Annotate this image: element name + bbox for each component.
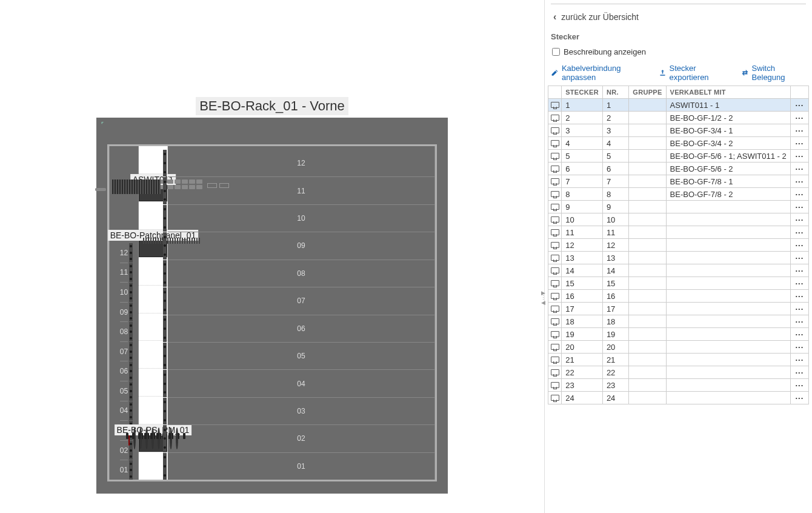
table-row[interactable]: 1515··· (548, 277, 809, 290)
cell-nr: 2 (602, 112, 628, 124)
table-row[interactable]: 1818··· (548, 315, 809, 328)
row-menu-button[interactable]: ··· (790, 112, 808, 124)
detail-panel: ‹ zurück zur Übersicht Stecker Beschreib… (544, 0, 812, 513)
cell-nr: 24 (602, 392, 628, 404)
table-row[interactable]: 33BE-BO-GF-3/4 - 1··· (548, 124, 809, 137)
row-menu-button[interactable]: ··· (790, 379, 808, 392)
port-icon (551, 331, 559, 337)
row-menu-button[interactable]: ··· (790, 137, 808, 150)
port-icon (551, 216, 559, 223)
row-menu-button[interactable]: ··· (790, 392, 808, 404)
table-row[interactable]: 2020··· (548, 341, 809, 354)
table-row[interactable]: 2323··· (548, 379, 809, 392)
rack-unit-label: 09 (168, 232, 434, 259)
row-icon-cell (548, 290, 562, 303)
table-row[interactable]: 1313··· (548, 252, 809, 264)
row-icon-cell (548, 175, 562, 188)
cell-gruppe (629, 264, 666, 277)
rack-rail-right: 121110090807060504030201 (167, 146, 435, 480)
back-link[interactable]: ‹ zurück zur Übersicht (545, 8, 812, 30)
port-icon (551, 267, 559, 273)
rack-unit-label: 05 (168, 342, 434, 369)
table-row[interactable]: 1111··· (548, 226, 809, 239)
row-menu-button[interactable]: ··· (790, 264, 808, 277)
cell-nr: 1 (602, 99, 628, 112)
table-row[interactable]: 77BE-BO-GF-7/8 - 1··· (548, 175, 809, 188)
rack-unit-label: 01 (120, 460, 128, 480)
row-menu-button[interactable]: ··· (790, 124, 808, 137)
row-menu-button[interactable]: ··· (790, 163, 808, 175)
row-menu-button[interactable]: ··· (790, 328, 808, 341)
table-row[interactable]: 66BE-BO-GF-5/6 - 2··· (548, 163, 809, 175)
table-row[interactable]: 1010··· (548, 213, 809, 226)
cell-stecker: 16 (562, 290, 603, 303)
show-description-checkbox[interactable]: Beschreibung anzeigen (545, 47, 812, 64)
col-verkabelt[interactable]: VERKABELT MIT (666, 86, 790, 99)
table-row[interactable]: 1919··· (548, 328, 809, 341)
port-icon (551, 102, 559, 108)
port-icon (551, 242, 559, 248)
rack-unit-label: 12 (120, 243, 128, 263)
cell-stecker: 17 (562, 303, 603, 315)
table-row[interactable]: 2121··· (548, 354, 809, 366)
table-row[interactable]: 88BE-BO-GF-7/8 - 2··· (548, 188, 809, 201)
cell-gruppe (629, 175, 666, 188)
row-menu-button[interactable]: ··· (790, 213, 808, 226)
row-menu-button[interactable]: ··· (790, 277, 808, 290)
rack-diagram-pane: BE-BO-Rack_01 - Vorne ⌜ 1211100908070605… (0, 0, 544, 513)
cell-verkabelt (666, 303, 790, 315)
row-menu-button[interactable]: ··· (790, 366, 808, 379)
port-icon (551, 293, 559, 299)
row-menu-button[interactable]: ··· (790, 252, 808, 264)
cell-verkabelt (666, 341, 790, 354)
cell-verkabelt: ASWIT011 - 1 (666, 99, 790, 112)
action-edit-label: Kabelverbindung anpassen (562, 64, 650, 82)
table-row[interactable]: 44BE-BO-GF-3/4 - 2··· (548, 137, 809, 150)
row-menu-button[interactable]: ··· (790, 175, 808, 188)
action-switch-layout[interactable]: Switch Belegung (741, 64, 806, 82)
table-row[interactable]: 1212··· (548, 239, 809, 252)
row-menu-button[interactable]: ··· (790, 201, 808, 213)
connector-table: STECKER NR. GRUPPE VERKABELT MIT 11ASWIT… (548, 86, 809, 404)
col-gruppe[interactable]: GRUPPE (629, 86, 666, 99)
row-menu-button[interactable]: ··· (790, 290, 808, 303)
col-icon[interactable] (548, 86, 562, 99)
row-menu-button[interactable]: ··· (790, 341, 808, 354)
row-menu-button[interactable]: ··· (790, 239, 808, 252)
splitter-handle[interactable]: ▶⋮◀ (541, 291, 545, 304)
row-icon-cell (548, 392, 562, 404)
table-row[interactable]: 11ASWIT011 - 1··· (548, 99, 809, 112)
cell-gruppe (629, 124, 666, 137)
table-row[interactable]: 1414··· (548, 264, 809, 277)
table-row[interactable]: 1717··· (548, 303, 809, 315)
table-row[interactable]: 2424··· (548, 392, 809, 404)
rack-unit-label: 12 (168, 150, 434, 176)
action-export[interactable]: Stecker exportieren (659, 64, 733, 82)
show-description-input[interactable] (552, 48, 560, 56)
table-row[interactable]: 1616··· (548, 290, 809, 303)
table-row[interactable]: 55BE-BO-GF-5/6 - 1; ASWIT011 - 2··· (548, 150, 809, 163)
row-menu-button[interactable]: ··· (790, 150, 808, 163)
cell-nr: 18 (602, 315, 628, 328)
row-menu-button[interactable]: ··· (790, 315, 808, 328)
cell-stecker: 14 (562, 264, 603, 277)
cell-gruppe (629, 366, 666, 379)
row-menu-button[interactable]: ··· (790, 354, 808, 366)
cell-verkabelt: BE-BO-GF-5/6 - 2 (666, 163, 790, 175)
rack-unit-label: 08 (120, 321, 128, 341)
col-nr[interactable]: NR. (602, 86, 628, 99)
row-menu-button[interactable]: ··· (790, 303, 808, 315)
cell-nr: 7 (602, 175, 628, 188)
table-row[interactable]: 99··· (548, 201, 809, 213)
row-menu-button[interactable]: ··· (790, 226, 808, 239)
cell-verkabelt (666, 226, 790, 239)
action-edit-cable[interactable]: Kabelverbindung anpassen (551, 64, 650, 82)
cell-stecker: 18 (562, 315, 603, 328)
rack-unit-label: 06 (168, 315, 434, 342)
table-row[interactable]: 2222··· (548, 366, 809, 379)
table-row[interactable]: 22BE-BO-GF-1/2 - 2··· (548, 112, 809, 124)
col-stecker[interactable]: STECKER (562, 86, 603, 99)
row-menu-button[interactable]: ··· (790, 99, 808, 112)
port-icon (551, 178, 559, 184)
row-menu-button[interactable]: ··· (790, 188, 808, 201)
